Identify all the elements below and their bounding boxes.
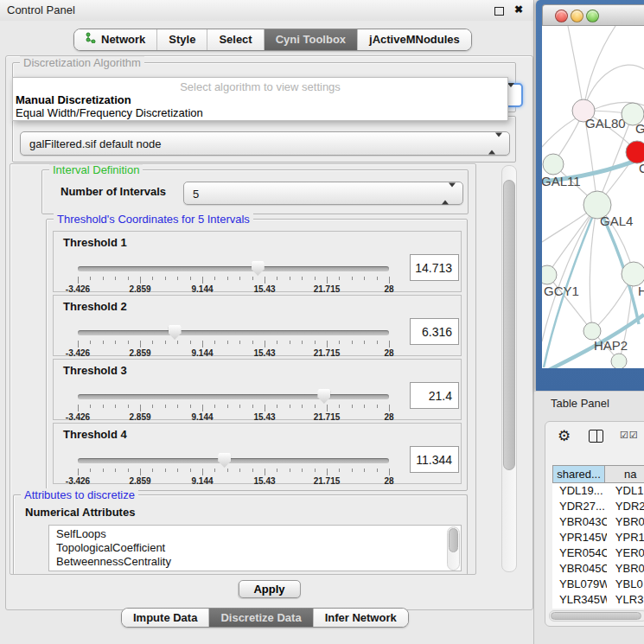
slider-thumb[interactable]: [169, 325, 182, 340]
threshold-label: Threshold 2: [63, 300, 127, 313]
zoom-traffic-light[interactable]: [586, 10, 599, 22]
table-row[interactable]: YDL19...YDL1: [552, 483, 644, 499]
threshold-panel: Threshold 1-3.4262.8599.14415.4321.71528…: [53, 231, 462, 292]
network-node[interactable]: [622, 262, 644, 286]
threshold-label: Threshold 4: [63, 428, 127, 441]
network-node-label: GCY1: [544, 284, 579, 298]
split-column-icon[interactable]: [589, 430, 603, 443]
slider-tick-labels: -3.4262.8599.14415.4321.71528: [78, 348, 389, 358]
algorithm-option[interactable]: Equal Width/Frequency Discretization: [13, 106, 507, 119]
slider-ticks: [78, 277, 389, 284]
threshold-slider[interactable]: -3.4262.8599.14415.4321.71528: [78, 387, 389, 420]
attributes-group-title: Attributes to discretize: [21, 488, 138, 501]
table-row[interactable]: YIL052CYIL0: [552, 608, 644, 609]
threshold-value-field[interactable]: 14.713: [410, 254, 459, 281]
select-columns-icon[interactable]: ☑☑: [620, 430, 639, 441]
slider-track[interactable]: [78, 330, 389, 335]
network-edge[interactable]: [568, 26, 583, 111]
thresholds-group-title: Threshold's Coordinates for 5 Intervals: [54, 213, 253, 226]
discretization-algorithm-group-title: Discretization Algorithm: [20, 56, 144, 69]
slider-thumb[interactable]: [317, 389, 330, 404]
minimize-traffic-light[interactable]: [571, 10, 583, 22]
table-data-combo[interactable]: galFiltered.sif default node: [20, 131, 510, 156]
apply-button[interactable]: Apply: [238, 580, 300, 598]
table-row[interactable]: YPR145WYPR1: [552, 530, 644, 545]
attribute-item[interactable]: TopologicalCoefficient: [49, 541, 461, 555]
table-row[interactable]: YDR27...YDR2: [552, 499, 644, 514]
bottom-tab-bar: Impute Data Discretize Data Infer Networ…: [121, 608, 409, 628]
close-traffic-light[interactable]: [555, 10, 568, 22]
network-icon: [86, 29, 97, 50]
threshold-slider[interactable]: -3.4262.8599.14415.4321.71528: [78, 451, 389, 484]
slider-track[interactable]: [78, 266, 389, 271]
tab-style[interactable]: Style: [156, 29, 207, 50]
number-of-intervals-value: 5: [193, 187, 199, 200]
network-node-label: HAP2: [594, 338, 628, 353]
slider-tick-labels: -3.4262.8599.14415.4321.71528: [78, 284, 389, 294]
attribute-item[interactable]: SelfLoops: [49, 527, 461, 541]
network-node[interactable]: [543, 154, 564, 175]
network-node-label: H: [638, 284, 644, 298]
tab-infer-network[interactable]: Infer Network: [313, 609, 408, 627]
algorithm-options: Manual DiscretizationEqual Width/Frequen…: [13, 93, 507, 119]
slider-thumb[interactable]: [218, 453, 231, 468]
threshold-value-field[interactable]: 21.4: [410, 382, 459, 409]
settings-scroll-viewport: Interval Definition Number of Intervals …: [10, 163, 476, 575]
threshold-slider[interactable]: -3.4262.8599.14415.4321.71528: [78, 259, 389, 292]
table-header-row: shared... na: [552, 465, 644, 483]
thresholds-list: Threshold 1-3.4262.8599.14415.4321.71528…: [53, 231, 462, 487]
table-horizontal-scrollbar[interactable]: [549, 610, 644, 622]
tab-cyni-toolbox[interactable]: Cyni Toolbox: [264, 29, 357, 50]
attributes-list-scrollbar[interactable]: [447, 526, 460, 571]
network-window-titlebar: [542, 4, 644, 26]
slider-track[interactable]: [78, 458, 389, 463]
close-icon[interactable]: ✖: [514, 3, 523, 16]
network-node[interactable]: [611, 354, 627, 368]
numerical-attributes-list[interactable]: SelfLoopsTopologicalCoefficientBetweenne…: [48, 525, 462, 571]
tab-discretize-data[interactable]: Discretize Data: [208, 609, 312, 627]
threshold-panel: Threshold 2-3.4262.8599.14415.4321.71528…: [53, 295, 462, 356]
table-data-combo-value: galFiltered.sif default node: [29, 137, 161, 150]
table-data-group: Table Data galFiltered.sif default node: [12, 116, 516, 163]
node-table: shared... na YDL19...YDL1YDR27...YDR2YBR…: [552, 465, 644, 609]
slider-thumb[interactable]: [252, 261, 265, 276]
settings-scrollbar[interactable]: [501, 165, 517, 572]
interval-definition-group-title: Interval Definition: [49, 163, 143, 176]
attribute-item[interactable]: BetweennessCentrality: [49, 555, 461, 569]
slider-ticks: [78, 469, 389, 476]
tab-select[interactable]: Select: [207, 29, 263, 50]
number-of-intervals-combo[interactable]: 5: [183, 182, 463, 205]
slider-track[interactable]: [78, 394, 389, 399]
column-header-shared[interactable]: shared...: [552, 465, 605, 483]
network-node-label: GA: [635, 121, 644, 136]
panel-title: Control Panel: [7, 3, 75, 16]
tab-impute-data[interactable]: Impute Data: [122, 609, 208, 627]
gear-icon[interactable]: ⚙: [558, 427, 571, 445]
tab-jactivemnodules[interactable]: jActiveMNodules: [357, 29, 471, 50]
threshold-value-field[interactable]: 6.316: [410, 318, 459, 345]
table-row[interactable]: YBL079WYBL0: [552, 577, 644, 592]
table-row[interactable]: YER054CYER0: [552, 545, 644, 561]
threshold-value-field[interactable]: 11.344: [410, 446, 459, 473]
table-row[interactable]: YBR043CYBR0: [552, 514, 644, 530]
column-header-name[interactable]: na: [605, 465, 644, 483]
slider-ticks: [78, 405, 389, 412]
table-row[interactable]: YLR345WYLR3: [552, 592, 644, 608]
network-edge[interactable]: [590, 205, 597, 331]
network-node-label: GAL11: [542, 174, 581, 188]
combo-arrows-icon: [488, 137, 502, 150]
network-canvas[interactable]: GAL80GACGAL11GAL4GCY1HHAP2: [542, 26, 644, 368]
network-node[interactable]: [583, 322, 601, 340]
network-node-label: GAL4: [600, 214, 633, 228]
threshold-slider[interactable]: -3.4262.8599.14415.4321.71528: [78, 323, 389, 356]
threshold-label: Threshold 1: [63, 236, 127, 249]
table-row[interactable]: YBR045CYBR0: [552, 561, 644, 577]
network-node[interactable]: [542, 265, 557, 284]
table-panel: ⚙ ☑☑ shared... na YDL19...YDL1YDR27...YD…: [545, 421, 644, 627]
algorithm-option[interactable]: Manual Discretization: [13, 93, 507, 106]
table-rows: YDL19...YDL1YDR27...YDR2YBR043CYBR0YPR14…: [552, 483, 644, 609]
float-window-icon[interactable]: [494, 7, 504, 16]
tab-network[interactable]: Network: [74, 29, 156, 50]
top-tab-bar: Network Style Select Cyni Toolbox jActiv…: [73, 29, 472, 51]
combo-arrows-icon: [442, 187, 456, 200]
